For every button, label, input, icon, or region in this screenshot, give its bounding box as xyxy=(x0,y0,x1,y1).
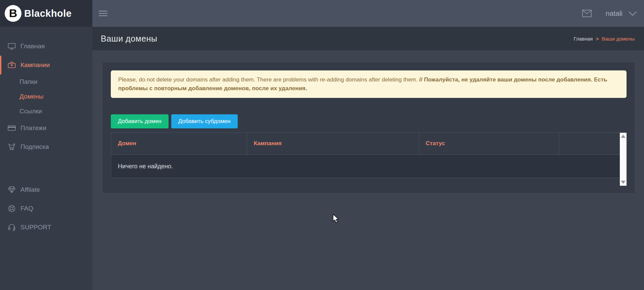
sidebar-item-label: Домены xyxy=(19,93,43,100)
sidebar-item-label: Главная xyxy=(20,43,45,50)
brand-logo[interactable]: B Blackhole xyxy=(0,0,92,27)
page-title: Ваши домены xyxy=(101,34,157,44)
actions-row: Добавить домен Добавить субдомен xyxy=(111,114,627,128)
breadcrumb: Главная > Ваши домены xyxy=(573,36,635,42)
brand-logo-icon: B xyxy=(5,5,21,22)
cart-plus-icon xyxy=(7,142,16,151)
sidebar-toggle-icon[interactable] xyxy=(99,9,107,18)
credit-card-icon xyxy=(7,124,16,132)
sidebar-item-label: Подписка xyxy=(20,143,49,151)
briefcase-icon xyxy=(7,61,16,69)
sidebar-item-payments[interactable]: Платежи xyxy=(0,119,92,137)
breadcrumb-chevron-icon: > xyxy=(596,36,599,42)
table-row: Ничего не найдено. xyxy=(111,155,620,178)
column-header-actions xyxy=(559,133,620,155)
empty-table-message: Ничего не найдено. xyxy=(111,155,620,178)
app-window: B Blackhole natali xyxy=(0,0,644,290)
gem-icon xyxy=(7,185,16,194)
domains-table-container: Домен Кампания Статус Ничего не найдено. xyxy=(111,132,627,185)
monitor-icon xyxy=(7,42,16,51)
page-header: Ваши домены Главная > Ваши домены xyxy=(92,27,644,50)
sidebar-subitem-folders[interactable]: Папки xyxy=(0,74,92,89)
sidebar-spacer xyxy=(0,156,92,180)
domains-card: Please, do not delete your domains after… xyxy=(103,62,635,193)
sidebar: Главная Кампании Папки Домены Ссылки xyxy=(0,27,92,290)
main-area: Ваши домены Главная > Ваши домены Please… xyxy=(92,27,644,290)
topbar-main: natali xyxy=(92,0,644,27)
sidebar-item-faq[interactable]: FAQ xyxy=(0,199,92,218)
life-ring-icon xyxy=(7,204,16,213)
username[interactable]: natali xyxy=(606,9,623,17)
sidebar-item-home[interactable]: Главная xyxy=(0,37,92,56)
breadcrumb-home-link[interactable]: Главная xyxy=(573,36,593,42)
sidebar-item-label: Папки xyxy=(19,78,37,85)
sidebar-item-label: FAQ xyxy=(20,205,33,212)
column-header-status[interactable]: Статус xyxy=(419,133,559,155)
sidebar-item-subscription[interactable]: Подписка xyxy=(0,137,92,156)
table-scrollbar[interactable] xyxy=(620,133,627,186)
scroll-down-icon[interactable] xyxy=(621,181,626,184)
add-subdomain-button[interactable]: Добавить субдомен xyxy=(171,114,238,128)
content-area: Please, do not delete your domains after… xyxy=(92,50,644,290)
sidebar-item-label: Платежи xyxy=(20,124,46,132)
breadcrumb-current: Ваши домены xyxy=(602,36,635,42)
sidebar-item-affiliate[interactable]: Affilate xyxy=(0,180,92,199)
topbar-right: natali xyxy=(582,9,644,17)
sidebar-item-support[interactable]: SUPPORT xyxy=(0,218,92,237)
headset-icon xyxy=(7,223,16,232)
brand-name: Blackhole xyxy=(24,8,72,19)
alert-text-en: Please, do not delete your domains after… xyxy=(118,76,419,83)
topbar: B Blackhole natali xyxy=(0,0,644,27)
messages-icon[interactable] xyxy=(582,10,592,17)
sidebar-subitem-domains[interactable]: Домены xyxy=(0,89,92,104)
sidebar-subitem-links[interactable]: Ссылки xyxy=(0,104,92,119)
brand-initial: B xyxy=(9,7,17,19)
scroll-up-icon[interactable] xyxy=(621,135,626,138)
sidebar-item-label: Affilate xyxy=(20,186,40,193)
sidebar-item-label: SUPPORT xyxy=(20,224,51,231)
warning-alert: Please, do not delete your domains after… xyxy=(111,70,627,98)
sidebar-item-label: Кампании xyxy=(20,61,50,69)
sidebar-item-campaigns[interactable]: Кампании xyxy=(0,56,92,74)
table-header-row: Домен Кампания Статус xyxy=(111,133,620,155)
sidebar-item-label: Ссылки xyxy=(19,108,42,115)
column-header-campaign[interactable]: Кампания xyxy=(247,133,419,155)
domains-table: Домен Кампания Статус Ничего не найдено. xyxy=(111,133,620,178)
column-header-domain[interactable]: Домен xyxy=(111,133,247,155)
user-menu-chevron-down-icon[interactable] xyxy=(629,11,637,16)
add-domain-button[interactable]: Добавить домен xyxy=(111,114,169,128)
